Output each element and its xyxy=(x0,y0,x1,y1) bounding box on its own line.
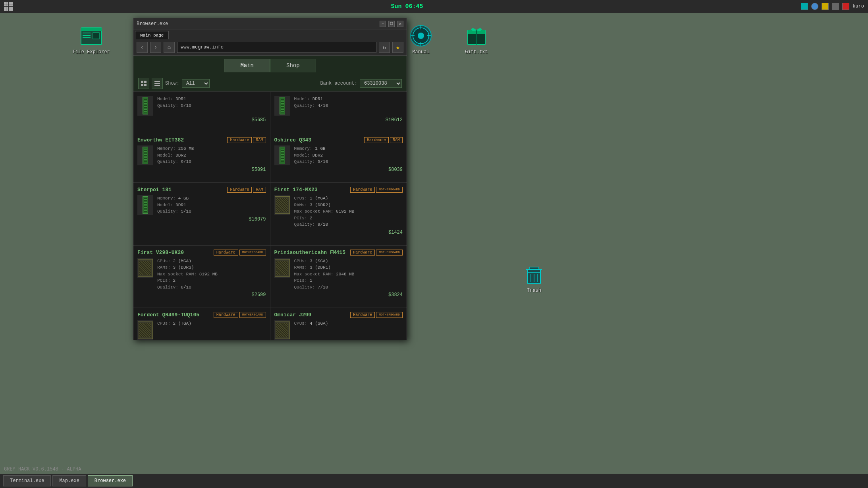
refresh-button[interactable]: ↻ xyxy=(379,42,390,53)
list-item[interactable]: First V298-UK20 Hardware MOTHERBOARD CPU… xyxy=(133,246,270,308)
item-name: First 174-MX23 xyxy=(274,187,318,193)
browser-toolbar2: Show: All Bank account: 63310038 xyxy=(133,76,407,91)
item-tags: Hardware MOTHERBOARD xyxy=(214,312,266,318)
forward-button[interactable]: › xyxy=(150,42,161,53)
items-container: Model: DDR1 Quality: 5/10 $5685 Model: D… xyxy=(133,91,407,340)
item-image xyxy=(274,96,290,116)
desktop-icon-file-explorer[interactable]: File Explorer xyxy=(71,24,111,55)
item-details: CPUs: 4 (SGA) xyxy=(294,320,403,327)
item-name: Prinisouthericahn FM415 xyxy=(274,250,345,256)
tray-icon-1[interactable] xyxy=(801,3,808,10)
desktop-icon-gift[interactable]: Gift.txt xyxy=(457,24,496,55)
item-name: Sterpoi 181 xyxy=(137,187,172,193)
item-details: Memory: 4 GB Model: DDR1 Quality: 5/10 xyxy=(157,195,266,215)
url-bar[interactable] xyxy=(177,42,376,53)
taskbar-app-terminal[interactable]: Terminal.exe xyxy=(3,475,51,486)
tray-icon-2[interactable] xyxy=(811,3,818,10)
bank-account-label: Bank account: xyxy=(320,81,357,86)
list-item[interactable]: Model: DDR1 Quality: 4/10 $10612 xyxy=(270,91,407,133)
desktop-icon-manual[interactable]: Manual xyxy=(401,24,441,55)
browser-tab-main[interactable]: Main page xyxy=(135,31,169,39)
item-image xyxy=(274,258,290,278)
maximize-button[interactable]: □ xyxy=(388,21,395,27)
svg-rect-5 xyxy=(93,33,99,39)
item-body: CPUs: 3 (SGA) RAMs: 3 (DDR1) Max socket … xyxy=(274,258,403,291)
manual-icon-img xyxy=(409,24,433,48)
grid-view-button[interactable] xyxy=(138,78,149,89)
nav-tab-shop[interactable]: Shop xyxy=(270,59,316,72)
item-tags: Hardware MOTHERBOARD xyxy=(214,250,266,256)
top-taskbar: Sun 06:45 kuro xyxy=(0,0,868,13)
item-details: Memory: 1 GB Model: DDR2 Quality: 5/10 xyxy=(294,145,403,165)
item-details: CPUs: 2 (TGA) xyxy=(157,320,266,327)
browser-titlebar: Browser.exe − □ ✕ xyxy=(133,18,407,29)
nav-tab-main[interactable]: Main xyxy=(224,59,270,72)
version-text: GREY HACK V0.6.1548 - ALPHA xyxy=(4,467,81,472)
browser-window-controls: − □ ✕ xyxy=(380,21,403,27)
browser-tabs: Main page xyxy=(133,29,407,39)
browser-title: Browser.exe xyxy=(137,21,168,27)
bookmark-button[interactable]: ★ xyxy=(392,42,403,53)
taskbar-app-map[interactable]: Map.exe xyxy=(52,475,86,486)
svg-rect-24 xyxy=(144,81,147,83)
item-name: First V298-UK20 xyxy=(137,250,184,256)
list-item[interactable]: Sterpoi 181 Hardware RAM Memory: 4 GB Mo… xyxy=(133,183,270,245)
list-item[interactable]: Omnicar J299 Hardware MOTHERBOARD CPUs: … xyxy=(270,308,407,340)
taskbar-app-browser[interactable]: Browser.exe xyxy=(88,475,133,486)
tag-motherboard: MOTHERBOARD xyxy=(376,250,403,256)
list-item[interactable]: First 174-MX23 Hardware MOTHERBOARD CPUs… xyxy=(270,183,407,245)
list-item[interactable]: Prinisouthericahn FM415 Hardware MOTHERB… xyxy=(270,246,407,308)
clock: Sun 06:45 xyxy=(391,3,423,10)
show-select[interactable]: All xyxy=(182,79,210,88)
tag-hardware: Hardware xyxy=(227,187,252,193)
file-explorer-icon xyxy=(79,24,103,48)
bank-account-select[interactable]: 63310038 xyxy=(360,79,402,88)
list-item[interactable]: Fordent QR499-TUQ105 Hardware MOTHERBOAR… xyxy=(133,308,270,340)
back-button[interactable]: ‹ xyxy=(137,42,148,53)
home-button[interactable]: ⌂ xyxy=(164,42,175,53)
taskbar-left xyxy=(4,2,13,11)
item-header: Sterpoi 181 Hardware RAM xyxy=(137,187,266,193)
item-header: Fordent QR499-TUQ105 Hardware MOTHERBOAR… xyxy=(137,312,266,318)
svg-rect-1 xyxy=(81,28,102,31)
tag-hardware: Hardware xyxy=(350,250,375,256)
app-grid-icon[interactable] xyxy=(4,2,13,11)
item-body: CPUs: 1 (MGA) RAMs: 3 (DDR2) Max socket … xyxy=(274,195,403,228)
tray-icon-3[interactable] xyxy=(822,3,829,10)
item-tags: Hardware RAM xyxy=(364,137,403,143)
list-item[interactable]: Model: DDR1 Quality: 5/10 $5685 xyxy=(133,91,270,133)
item-detail-model: Model: DDR1 xyxy=(157,96,266,103)
item-image xyxy=(137,96,153,116)
list-item[interactable]: Oshirec Q343 Hardware RAM Memory: 1 GB M… xyxy=(270,133,407,182)
tag-hardware: Hardware xyxy=(350,187,375,193)
item-price: $3824 xyxy=(274,292,403,298)
toolbar2-right: Bank account: 63310038 xyxy=(320,79,402,88)
item-details: CPUs: 3 (SGA) RAMs: 3 (DDR1) Max socket … xyxy=(294,258,403,291)
tag-motherboard: MOTHERBOARD xyxy=(376,187,403,193)
item-image xyxy=(274,145,290,165)
browser-toolbar: ‹ › ⌂ ↻ ★ xyxy=(133,39,407,56)
item-header: First 174-MX23 Hardware MOTHERBOARD xyxy=(274,187,403,193)
tag-hardware: Hardware xyxy=(350,312,375,318)
item-details: CPUs: 2 (MGA) RAMs: 3 (DDR3) Max socket … xyxy=(157,258,266,291)
svg-rect-2 xyxy=(83,33,91,33)
tray-icon-5[interactable] xyxy=(842,3,849,10)
list-item[interactable]: Enworthw EIT382 Hardware RAM Memory: 256… xyxy=(133,133,270,182)
item-header: Prinisouthericahn FM415 Hardware MOTHERB… xyxy=(274,250,403,256)
item-body: CPUs: 2 (MGA) RAMs: 3 (DDR3) Max socket … xyxy=(137,258,266,291)
item-image xyxy=(137,195,153,215)
tray-icon-4[interactable] xyxy=(832,3,839,10)
list-view-button[interactable] xyxy=(152,78,163,89)
item-body: Model: DDR1 Quality: 5/10 xyxy=(137,96,266,116)
item-name: Omnicar J299 xyxy=(274,312,312,318)
item-tags: Hardware MOTHERBOARD xyxy=(350,250,403,256)
item-details: Model: DDR1 Quality: 5/10 xyxy=(157,96,266,109)
item-price: $5685 xyxy=(137,117,266,123)
item-detail-quality: Quality: 5/10 xyxy=(157,103,266,109)
item-price: $5091 xyxy=(137,167,266,172)
desktop-icon-trash[interactable]: Trash xyxy=(514,262,554,293)
item-image xyxy=(137,145,153,165)
close-button[interactable]: ✕ xyxy=(397,21,403,27)
item-body: Model: DDR1 Quality: 4/10 xyxy=(274,96,403,116)
minimize-button[interactable]: − xyxy=(380,21,386,27)
